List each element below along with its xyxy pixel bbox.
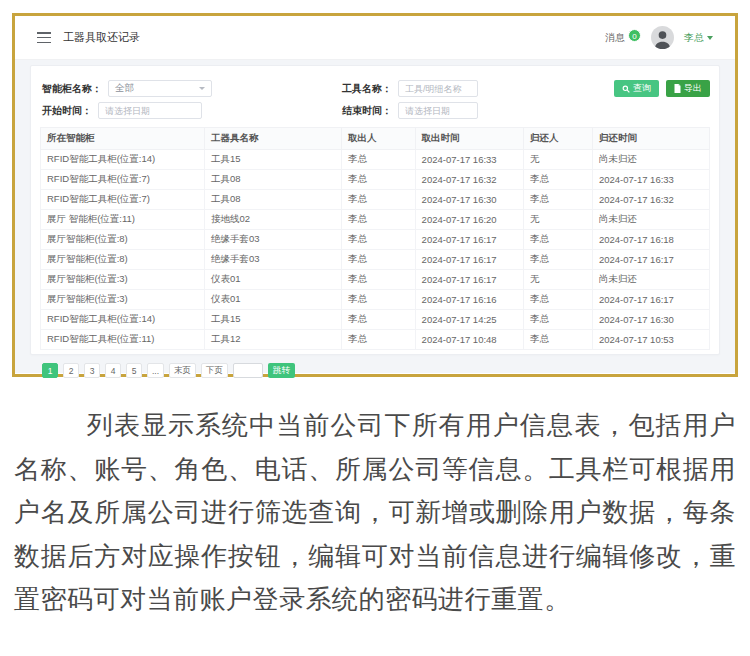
page-button[interactable]: 2 <box>63 363 79 378</box>
page-button[interactable]: 5 <box>126 363 142 378</box>
table-cell: 尚未归还 <box>592 270 709 290</box>
next-page-button[interactable]: 下页 <box>201 363 228 378</box>
table-cell: 李总 <box>342 310 416 330</box>
table-cell: 李总 <box>523 190 592 210</box>
table-cell: 2024-07-17 16:17 <box>592 250 709 270</box>
table-cell: RFID智能工具柜(位置:14) <box>41 150 205 170</box>
export-file-icon <box>674 84 681 93</box>
table-cell: 李总 <box>342 190 416 210</box>
table-header-cell: 所在智能柜 <box>41 128 205 150</box>
user-name-label: 李总 <box>684 31 704 45</box>
start-date-input[interactable] <box>98 102 202 119</box>
records-card: 智能柜名称： 全部 工具名称： <box>30 65 720 355</box>
table-cell: 2024-07-17 16:33 <box>415 150 523 170</box>
table-cell: 2024-07-17 16:32 <box>415 170 523 190</box>
table-row: RFID智能工具柜(位置:7)工具08李总2024-07-17 16:30李总2… <box>41 190 710 210</box>
table-cell: 2024-07-17 10:53 <box>592 330 709 350</box>
screenshot-frame: 工器具取还记录 消息 0 李总 <box>12 13 738 377</box>
table-cell: 工具08 <box>204 170 341 190</box>
table-cell: 2024-07-17 16:30 <box>415 190 523 210</box>
table-header-cell: 归还人 <box>523 128 592 150</box>
table-cell: 李总 <box>523 230 592 250</box>
message-link[interactable]: 消息 0 <box>605 31 641 45</box>
table-cell: 展厅 智能柜(位置:11) <box>41 210 205 230</box>
search-button[interactable]: 查询 <box>614 80 659 97</box>
table-cell: 2024-07-17 16:30 <box>592 310 709 330</box>
last-page-button[interactable]: 末页 <box>169 363 196 378</box>
table-cell: 无 <box>523 150 592 170</box>
user-avatar-icon <box>651 26 674 49</box>
end-time-label: 结束时间： <box>342 104 392 118</box>
table-cell: 接地线02 <box>204 210 341 230</box>
table-cell: 李总 <box>342 290 416 310</box>
filter-buttons: 查询 导出 <box>614 80 710 97</box>
content-area: 智能柜名称： 全部 工具名称： <box>15 60 735 373</box>
page-jump-input[interactable] <box>233 363 263 378</box>
table-cell: 2024-07-17 10:48 <box>415 330 523 350</box>
page-button[interactable]: 4 <box>105 363 121 378</box>
table-cell: RFID智能工具柜(位置:7) <box>41 190 205 210</box>
table-cell: 2024-07-17 16:17 <box>592 290 709 310</box>
page-button[interactable]: 1 <box>42 363 58 378</box>
table-row: 展厅智能柜(位置:8)绝缘手套03李总2024-07-17 16:17李总202… <box>41 230 710 250</box>
search-button-label: 查询 <box>633 82 651 95</box>
page-ellipsis-button[interactable]: ... <box>147 363 164 378</box>
table-header-cell: 取出时间 <box>415 128 523 150</box>
table-cell: 李总 <box>523 170 592 190</box>
table-cell: RFID智能工具柜(位置:14) <box>41 310 205 330</box>
table-row: RFID智能工具柜(位置:14)工具15李总2024-07-17 16:33无尚… <box>41 150 710 170</box>
table-header-cell: 取出人 <box>342 128 416 150</box>
page: 工器具取还记录 消息 0 李总 <box>0 0 750 656</box>
cabinet-label: 智能柜名称： <box>42 82 102 96</box>
page-jump-button[interactable]: 跳转 <box>268 363 295 378</box>
table-row: RFID智能工具柜(位置:7)工具08李总2024-07-17 16:32李总2… <box>41 170 710 190</box>
table-row: RFID智能工具柜(位置:14)工具15李总2024-07-17 14:25李总… <box>41 310 710 330</box>
table-cell: 2024-07-17 16:18 <box>592 230 709 250</box>
table-cell: 工具15 <box>204 310 341 330</box>
table-cell: 李总 <box>523 290 592 310</box>
table-cell: 李总 <box>342 330 416 350</box>
page-button[interactable]: 3 <box>84 363 100 378</box>
table-cell: 2024-07-17 16:17 <box>415 270 523 290</box>
table-cell: 李总 <box>342 250 416 270</box>
table-header-cell: 归还时间 <box>592 128 709 150</box>
tool-name-input[interactable] <box>398 80 478 97</box>
avatar[interactable] <box>651 26 674 49</box>
cabinet-select[interactable]: 全部 <box>108 80 212 97</box>
table-cell: 尚未归还 <box>592 210 709 230</box>
table-cell: 2024-07-17 16:32 <box>592 190 709 210</box>
start-time-label: 开始时间： <box>42 104 92 118</box>
table-cell: 李总 <box>342 230 416 250</box>
table-row: 展厅智能柜(位置:3)仪表01李总2024-07-17 16:16李总2024-… <box>41 290 710 310</box>
table-row: 展厅智能柜(位置:8)绝缘手套03李总2024-07-17 16:17李总202… <box>41 250 710 270</box>
table-cell: 李总 <box>342 150 416 170</box>
table-cell: 2024-07-17 16:16 <box>415 290 523 310</box>
message-badge: 0 <box>628 29 641 42</box>
user-menu[interactable]: 李总 <box>684 31 713 45</box>
table-cell: 2024-07-17 16:20 <box>415 210 523 230</box>
table-cell: 2024-07-17 14:25 <box>415 310 523 330</box>
hamburger-menu-icon[interactable] <box>37 32 51 43</box>
table-cell: 2024-07-17 16:17 <box>415 230 523 250</box>
table-cell: 李总 <box>342 170 416 190</box>
table-cell: 尚未归还 <box>592 150 709 170</box>
table-cell: 李总 <box>342 210 416 230</box>
table-cell: 无 <box>523 270 592 290</box>
table-cell: 展厅智能柜(位置:3) <box>41 290 205 310</box>
navbar-right: 消息 0 李总 <box>605 26 713 49</box>
table-cell: 仪表01 <box>204 290 341 310</box>
cabinet-filter: 智能柜名称： 全部 <box>42 80 342 97</box>
end-date-input[interactable] <box>398 102 478 119</box>
start-time-filter: 开始时间： <box>42 102 342 119</box>
table-row: 展厅 智能柜(位置:11)接地线02李总2024-07-17 16:20无尚未归… <box>41 210 710 230</box>
description-paragraph: 列表显示系统中当前公司下所有用户信息表，包括用户名称、账号、角色、电话、所属公司… <box>0 404 750 622</box>
export-button[interactable]: 导出 <box>666 80 710 97</box>
table-cell: RFID智能工具柜(位置:11) <box>41 330 205 350</box>
chevron-down-icon <box>199 87 205 90</box>
table-cell: 无 <box>523 210 592 230</box>
table-row: RFID智能工具柜(位置:11)工具12李总2024-07-17 10:48李总… <box>41 330 710 350</box>
table-cell: 展厅智能柜(位置:8) <box>41 230 205 250</box>
page-title: 工器具取还记录 <box>63 30 140 45</box>
table-cell: 绝缘手套03 <box>204 250 341 270</box>
pagination: 12345... 末页 下页 跳转 <box>42 363 710 378</box>
